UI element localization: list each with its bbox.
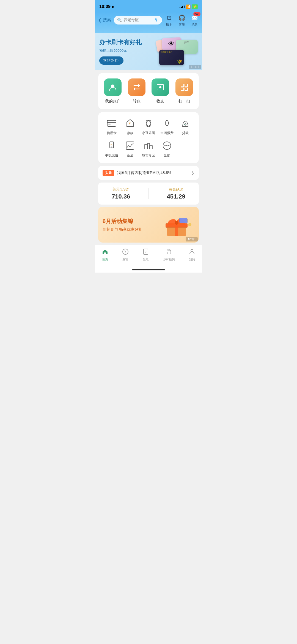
banner-subtitle: 额度上限50000元: [99, 48, 142, 53]
svg-rect-4: [181, 84, 184, 87]
quick-actions-grid: 我的账户 转账 收支: [101, 78, 196, 104]
back-label: 搜索: [103, 17, 111, 23]
mine-nav-label: 我的: [189, 257, 195, 262]
transfer-icon: [128, 78, 145, 96]
battery-icon: ⚡: [192, 4, 198, 9]
mic-icon[interactable]: 🎙: [154, 18, 159, 23]
svg-rect-42: [144, 249, 148, 254]
service-loan[interactable]: e 贷款: [176, 118, 194, 135]
news-tag: 头条: [103, 170, 114, 176]
garden-label: 小豆乐园: [142, 131, 155, 135]
usd-value: 710.36: [112, 193, 130, 200]
service-garden[interactable]: 小豆乐园: [139, 118, 158, 135]
svg-rect-21: [145, 145, 147, 149]
rural-nav-label: 乡村振兴: [163, 257, 175, 262]
svg-point-28: [168, 145, 169, 146]
version-button[interactable]: ⊡ 版本: [165, 13, 174, 27]
inout-button[interactable]: 收支: [152, 78, 169, 104]
nav-wealth[interactable]: ¥ 财富: [119, 247, 132, 263]
status-bar: 10:09 ▶ 📶 ⚡: [95, 0, 202, 12]
quick-actions: 我的账户 转账 收支: [98, 73, 199, 109]
mobile-label: 手机充值: [105, 153, 118, 158]
account-button[interactable]: 我的账户: [104, 78, 122, 104]
svg-rect-7: [185, 88, 188, 91]
search-icon: 🔍: [117, 18, 122, 22]
services-section: 信用卡 ¥ 存款 小豆乐园 生活缴费 e 贷款: [98, 112, 199, 163]
all-label: 全部: [164, 153, 170, 158]
status-time: 10:09 ▶: [99, 4, 114, 9]
inout-icon: [152, 78, 169, 96]
svg-rect-20: [126, 142, 134, 150]
search-bar[interactable]: 🔍 养老专区 🎙: [114, 16, 162, 25]
transfer-button[interactable]: 转账: [128, 78, 145, 104]
rate-gold[interactable]: 黄金(AU) 451.29: [167, 187, 185, 200]
garden-icon: [143, 118, 154, 129]
header-top: ❮ 搜索 🔍 养老专区 🎙 ⊡ 版本 🎧 客服 ✉️ 245 消息: [98, 13, 199, 27]
service-button[interactable]: 🎧 客服: [177, 13, 186, 27]
ad-tag: 【广告】: [189, 65, 201, 69]
usd-currency: 美元(USD): [112, 187, 130, 192]
scan-label: 扫一扫: [178, 99, 190, 104]
services-grid: 信用卡 ¥ 存款 小豆乐园 生活缴费 e 贷款: [103, 118, 194, 158]
service-credit[interactable]: 信用卡: [103, 118, 121, 135]
message-button[interactable]: ✉️ 245 消息: [190, 13, 199, 27]
svg-point-27: [166, 145, 167, 146]
svg-point-26: [164, 145, 166, 146]
service-mobile[interactable]: ¥ 手机充值: [103, 140, 121, 158]
wealth-nav-label: 财富: [122, 257, 128, 262]
status-icons: 📶 ⚡: [180, 4, 198, 9]
svg-rect-32: [166, 224, 188, 227]
scan-icon: [175, 78, 193, 96]
svg-rect-8: [107, 120, 116, 126]
account-label: 我的账户: [105, 99, 120, 104]
service-fund[interactable]: 基金: [121, 140, 139, 158]
header-icons: ⊡ 版本 🎧 客服 ✉️ 245 消息: [165, 13, 199, 27]
svg-point-46: [191, 249, 193, 252]
deposit-icon: ¥: [124, 118, 136, 129]
service-deposit[interactable]: ¥ 存款: [121, 118, 139, 135]
fund-icon: [124, 140, 136, 151]
signal-icon: [180, 5, 185, 8]
rate-divider: [148, 188, 148, 199]
nav-mine[interactable]: 我的: [185, 247, 199, 263]
promo-banner[interactable]: 6月活动集锦 即刻参与 畅享优惠好礼 【广告】: [98, 207, 199, 243]
wealth-nav-icon: ¥: [122, 248, 129, 257]
credit-icon: [106, 118, 117, 129]
svg-rect-39: [180, 218, 188, 223]
gold-currency: 黄金(AU): [169, 187, 183, 192]
credit-label: 信用卡: [107, 131, 117, 135]
bottom-nav: 首页 ¥ 财富 生活 乡村振兴 我的: [95, 245, 202, 268]
svg-rect-10: [108, 124, 111, 124]
svg-text:¥: ¥: [129, 122, 131, 125]
news-section[interactable]: 头条 我国5月官方制造业PMI为48.8% ❯: [98, 166, 199, 180]
scan-button[interactable]: 扫一扫: [175, 78, 193, 104]
promo-title: 6月活动集锦: [103, 218, 142, 225]
life-nav-label: 生活: [143, 257, 149, 262]
banner: 办卡刷卡有好礼 额度上限50000元 立即办卡> 👁 好车 🌾 中国农业银行 【…: [95, 33, 202, 70]
rural-nav-icon: [166, 248, 172, 257]
loan-label: 贷款: [182, 131, 189, 135]
svg-rect-23: [150, 146, 152, 149]
search-text: 养老专区: [123, 18, 153, 23]
rate-usd[interactable]: 美元(USD) 710.36: [112, 187, 130, 200]
transfer-label: 转账: [133, 99, 141, 104]
promo-text: 6月活动集锦 即刻参与 畅享优惠好礼: [103, 218, 142, 232]
fund-label: 基金: [127, 153, 133, 158]
back-button[interactable]: ❮ 搜索: [98, 17, 111, 23]
service-city[interactable]: 城市专区: [139, 140, 158, 158]
card-4: 🌾 中国农业银行: [159, 50, 184, 65]
nav-life[interactable]: 生活: [139, 247, 152, 263]
nav-rural[interactable]: 乡村振兴: [160, 247, 178, 263]
nav-home[interactable]: 首页: [98, 247, 112, 263]
service-utility[interactable]: 生活缴费: [158, 118, 176, 135]
svg-point-35: [175, 221, 178, 225]
home-nav-icon: [102, 248, 108, 257]
banner-button[interactable]: 立即办卡>: [99, 56, 123, 65]
gold-value: 451.29: [167, 193, 185, 200]
back-icon: ❮: [98, 18, 102, 23]
utility-icon: [161, 118, 173, 129]
city-label: 城市专区: [142, 153, 155, 158]
all-icon: [161, 140, 173, 151]
service-all[interactable]: 全部: [158, 140, 176, 158]
svg-text:¥: ¥: [124, 250, 127, 253]
